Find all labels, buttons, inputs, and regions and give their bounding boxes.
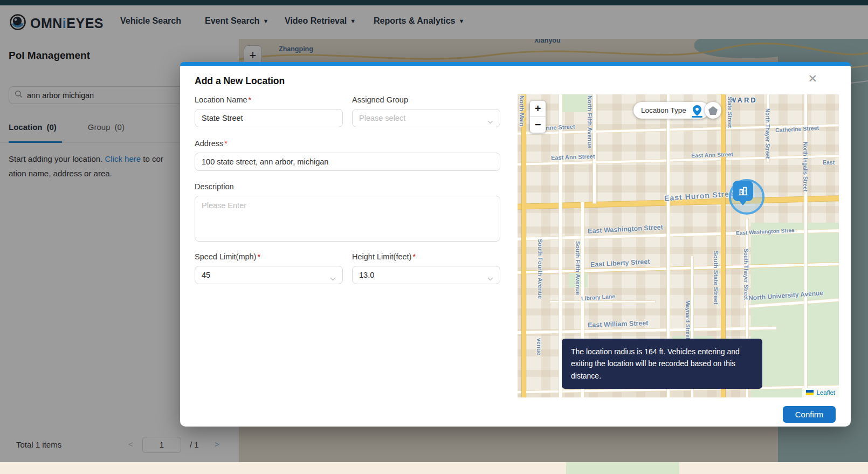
height-limit-select[interactable]: 13.0	[352, 266, 500, 284]
location-name-input[interactable]	[195, 109, 343, 127]
street-line	[550, 301, 655, 303]
chevron-down-icon	[487, 274, 493, 283]
bottom-green-patch	[566, 462, 679, 474]
street-label: North Thayer Street	[764, 108, 770, 159]
street-label: WARD	[729, 96, 757, 104]
leaflet-link[interactable]: Leaflet	[816, 389, 835, 396]
add-location-modal: ✕ Add a New Location Location Name* Assi…	[180, 62, 851, 427]
modal-title: Add a New Location	[195, 75, 285, 87]
required-asterisk: *	[412, 252, 416, 261]
park-area	[561, 94, 590, 112]
street-line	[593, 94, 596, 203]
street-line-main	[522, 94, 526, 397]
ukraine-flag-icon	[806, 390, 814, 395]
street-label: State Street	[727, 97, 733, 128]
location-type-label: Location Type	[641, 106, 686, 114]
street-label: North Ingalls Street	[802, 142, 808, 191]
address-label: Address*	[195, 139, 228, 148]
page: OMNiEYES Vehicle Search Event Search▼ Vi…	[0, 0, 868, 474]
assigned-group-label: Assigned Group	[352, 95, 408, 104]
street-label: North Fifth Avenue	[587, 95, 593, 148]
required-asterisk: *	[257, 252, 260, 261]
speed-limit-label: Speed Limit(mph)*	[195, 252, 260, 261]
speed-limit-select[interactable]: 45	[195, 266, 343, 284]
street-label: South Thayer Street	[743, 249, 749, 300]
map-pin-icon	[693, 105, 701, 116]
location-type-pin-option[interactable]	[693, 102, 701, 119]
street-label: South State Street	[713, 251, 719, 305]
street-label: South Fourth Avenue	[537, 239, 543, 299]
building-icon	[737, 185, 749, 197]
street-label: erine Street	[542, 123, 575, 131]
map-zoom-control: + −	[530, 101, 546, 133]
street-label: East William Street	[588, 319, 649, 329]
chevron-down-icon	[487, 117, 493, 126]
street-label: Library Lane	[581, 293, 616, 301]
height-limit-label: Height Limit(feet)*	[352, 252, 416, 261]
location-name-label: Location Name*	[195, 95, 251, 104]
pentagon-icon	[708, 106, 718, 115]
confirm-button[interactable]: Confirm	[783, 406, 836, 423]
location-type-control: Location Type	[633, 102, 709, 119]
street-label: Maynard Street	[685, 300, 691, 339]
street-label: venue	[536, 338, 542, 355]
radius-tooltip: The location radius is 164 ft. Vehicles …	[562, 339, 762, 389]
street-line	[518, 327, 776, 334]
street-label: East Ann Street	[551, 153, 595, 161]
zoom-out-button[interactable]: −	[530, 117, 546, 133]
bottom-map-sliver	[0, 462, 868, 474]
street-label: East Washington Street	[588, 223, 663, 235]
description-textarea[interactable]	[195, 196, 500, 242]
street-label: South Fifth Avenue	[575, 241, 581, 295]
address-input[interactable]	[195, 153, 500, 171]
street-line	[804, 94, 807, 397]
required-asterisk: *	[224, 139, 228, 148]
selected-indicator	[692, 116, 702, 118]
required-asterisk: *	[249, 95, 252, 104]
assigned-group-select[interactable]: Please select	[352, 109, 500, 127]
street-label: North Main	[519, 95, 525, 126]
marker-tail	[739, 200, 747, 205]
chevron-down-icon	[330, 274, 336, 283]
street-label: East Liberty Street	[590, 258, 650, 269]
campus-green	[751, 223, 839, 397]
map-attribution: Leaflet	[802, 388, 839, 397]
location-marker-pin[interactable]	[733, 181, 753, 201]
zoom-in-button[interactable]: +	[530, 101, 546, 116]
location-map[interactable]: erine StreetCatherine StreetEast Ann Str…	[518, 94, 839, 397]
street-label: East	[823, 159, 835, 166]
modal-accent-bar	[180, 62, 851, 66]
description-label: Description	[195, 182, 234, 191]
close-icon[interactable]: ✕	[808, 73, 817, 84]
location-type-polygon-option[interactable]	[705, 102, 721, 119]
